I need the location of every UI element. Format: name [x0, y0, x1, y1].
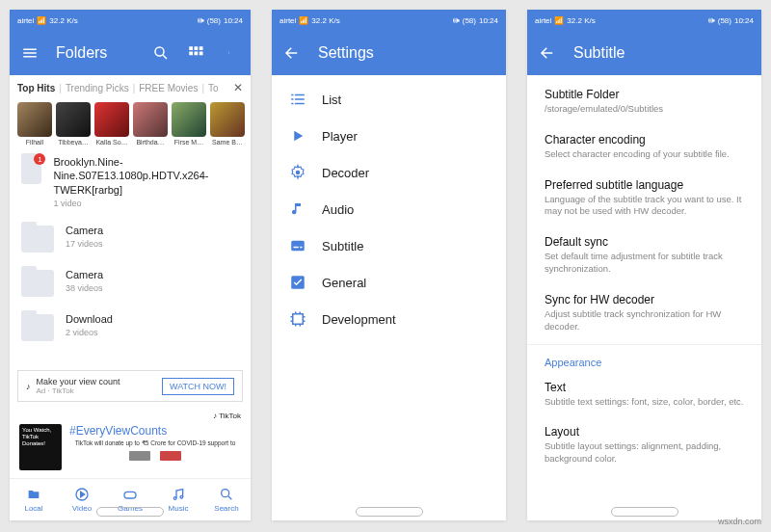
new-badge: 1: [34, 153, 45, 165]
svg-rect-19: [294, 247, 299, 249]
watermark: wsxdn.com: [718, 517, 761, 526]
pref-hw-sync[interactable]: Sync for HW decoderAdjust subtitle track…: [527, 284, 761, 342]
back-icon[interactable]: [283, 44, 301, 62]
screen-settings: airtel📶32.2 K/s 🕪(58)10:24 Settings List…: [272, 10, 506, 520]
carrier: airtel: [17, 16, 34, 25]
pref-language[interactable]: Preferred subtitle languageLanguage of t…: [527, 170, 761, 227]
nav-search[interactable]: Search: [202, 479, 251, 520]
svg-rect-3: [195, 46, 199, 50]
folder-icon: [21, 270, 54, 297]
svg-point-8: [228, 51, 229, 52]
watch-now-button[interactable]: WATCH NOW!: [162, 378, 234, 395]
list-icon: [289, 91, 306, 108]
gear-icon: [289, 164, 306, 181]
nav-local[interactable]: Local: [10, 479, 58, 520]
settings-item-subtitle[interactable]: Subtitle: [272, 227, 506, 264]
category-tabs[interactable]: Top Hits| Trending Picks| FREE Movies| T…: [10, 75, 251, 100]
more-icon[interactable]: [222, 44, 239, 62]
thumb-item[interactable]: Same B…: [210, 102, 245, 146]
settings-item-player[interactable]: Player: [272, 118, 506, 154]
pref-default-sync[interactable]: Default syncSet default time adjustment …: [527, 226, 761, 284]
home-indicator[interactable]: [356, 507, 423, 517]
svg-line-16: [228, 496, 231, 499]
net-speed: 32.2 K/s: [49, 16, 77, 25]
settings-item-development[interactable]: Development: [272, 301, 506, 337]
thumb-item[interactable]: Birthda…: [133, 102, 168, 146]
svg-rect-2: [189, 46, 193, 50]
tab-more[interactable]: To: [208, 83, 219, 93]
back-icon[interactable]: [539, 44, 556, 62]
svg-rect-18: [291, 241, 305, 252]
svg-rect-12: [124, 492, 136, 498]
status-bar: airtel 📶 32.2 K/s 🕪 (58) 10:24: [10, 10, 251, 31]
home-indicator[interactable]: [611, 507, 678, 517]
svg-rect-7: [199, 52, 203, 56]
promo-tile: You Watch, TikTok Donates!: [19, 424, 62, 470]
screen-subtitle: airtel📶32.2 K/s 🕪(58)10:24 Subtitle Subt…: [527, 10, 761, 520]
menu-icon[interactable]: [21, 44, 39, 62]
pref-subtitle-folder[interactable]: Subtitle Folder/storage/emulated/0/Subti…: [527, 79, 761, 124]
app-bar: Subtitle: [527, 31, 761, 75]
thumb-item[interactable]: Kalla So…: [94, 102, 129, 146]
clock: 10:24: [224, 16, 243, 25]
svg-rect-20: [300, 247, 302, 249]
settings-item-list[interactable]: List: [272, 81, 506, 118]
grid-view-icon[interactable]: [187, 44, 204, 62]
folder-icon: 1: [21, 157, 41, 184]
folder-icon: [21, 226, 54, 253]
page-title: Folders: [56, 44, 135, 62]
folder-list: 1 Brooklyn.Nine-Nine.S07E13.1080p.HDTV.x…: [10, 147, 251, 366]
thumbnails-row: Filhall Tibbeya… Kalla So… Birthda… Firs…: [10, 100, 251, 147]
pref-char-encoding[interactable]: Character encodingSelect character encod…: [527, 124, 761, 170]
settings-item-decoder[interactable]: Decoder: [272, 154, 506, 191]
settings-item-audio[interactable]: Audio: [272, 191, 506, 227]
page-title: Settings: [318, 44, 494, 62]
promo-logos: [69, 451, 241, 461]
tab-trending[interactable]: Trending Picks: [66, 83, 129, 93]
close-icon[interactable]: ✕: [233, 81, 243, 94]
status-bar: airtel📶32.2 K/s 🕪(58)10:24: [272, 10, 506, 31]
svg-rect-22: [293, 314, 304, 325]
music-icon: [289, 200, 306, 218]
svg-point-13: [173, 497, 176, 500]
svg-point-17: [296, 171, 301, 175]
ad-banner[interactable]: ♪ Make your view countAd · TikTok WATCH …: [17, 370, 243, 402]
folder-row[interactable]: Camera38 videos: [10, 260, 251, 305]
folder-icon: [21, 314, 54, 341]
thumb-item[interactable]: Firse M…: [172, 102, 206, 146]
page-title: Subtitle: [573, 44, 750, 62]
thumb-item[interactable]: Tibbeya…: [56, 102, 91, 146]
thumb-item[interactable]: Filhall: [17, 102, 52, 146]
settings-list: List Player Decoder Audio Subtitle Gener…: [272, 75, 506, 343]
folder-row[interactable]: Download2 videos: [10, 305, 251, 349]
tab-top-hits[interactable]: Top Hits: [17, 83, 55, 93]
divider: [527, 344, 761, 345]
svg-rect-4: [199, 46, 203, 50]
play-icon: [289, 127, 306, 145]
pref-layout[interactable]: LayoutSubtitle layout settings: alignmen…: [527, 416, 761, 474]
pref-text[interactable]: TextSubtitle text settings: font, size, …: [527, 372, 761, 417]
svg-rect-5: [189, 52, 193, 56]
promo-card[interactable]: ♪ TikTok You Watch, TikTok Donates! #Eve…: [10, 406, 251, 478]
svg-rect-6: [195, 52, 199, 56]
folder-row[interactable]: 1 Brooklyn.Nine-Nine.S07E13.1080p.HDTV.x…: [10, 147, 251, 216]
tab-free-movies[interactable]: FREE Movies: [139, 83, 198, 93]
svg-point-9: [228, 52, 229, 53]
screen-folders: airtel 📶 32.2 K/s 🕪 (58) 10:24 Folders: [10, 10, 251, 520]
check-icon: [289, 274, 306, 291]
dev-icon: [289, 310, 306, 328]
svg-point-14: [180, 495, 183, 498]
settings-item-general[interactable]: General: [272, 264, 506, 301]
folder-row[interactable]: Camera17 videos: [10, 216, 251, 260]
section-appearance: Appearance: [527, 347, 761, 372]
tiktok-icon: ♪: [26, 382, 31, 391]
app-bar: Settings: [272, 31, 506, 75]
search-icon[interactable]: [152, 44, 170, 62]
home-indicator[interactable]: [96, 507, 164, 517]
svg-point-15: [222, 490, 229, 497]
svg-point-10: [228, 53, 229, 54]
promo-hashtag: #EveryViewCounts: [69, 424, 241, 438]
subtitle-settings-list: Subtitle Folder/storage/emulated/0/Subti…: [527, 75, 761, 478]
subtitle-icon: [289, 237, 306, 254]
svg-point-0: [155, 47, 164, 56]
